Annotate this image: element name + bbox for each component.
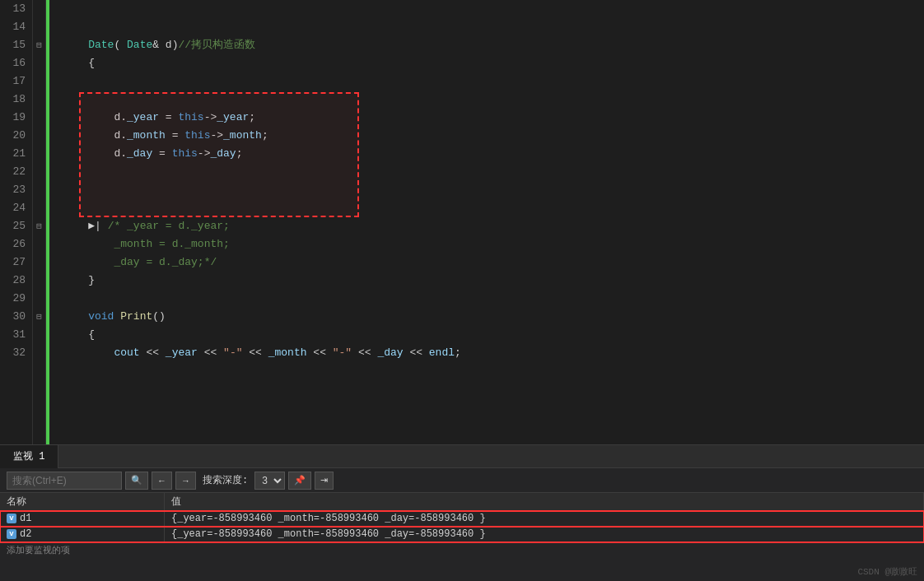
code-token: ; bbox=[262, 129, 268, 142]
code-token: } bbox=[63, 274, 95, 286]
line-number: 17 bbox=[7, 72, 26, 91]
code-content[interactable]: Date( Date& d)//拷贝构造函数 { d._year = this-… bbox=[49, 0, 924, 444]
watch-name-cell: vd1 bbox=[0, 511, 165, 526]
table-row[interactable]: vd1{_year=-858993460 _month=-858993460 _… bbox=[0, 511, 924, 527]
code-line bbox=[63, 290, 924, 308]
code-token: = bbox=[152, 147, 171, 160]
code-token: //拷贝构造函数 bbox=[178, 39, 255, 51]
fold-indicator bbox=[33, 145, 45, 163]
code-token: _month bbox=[127, 129, 166, 142]
line-number: 19 bbox=[7, 109, 26, 127]
fold-indicator bbox=[33, 290, 45, 308]
code-token: { bbox=[63, 328, 95, 341]
code-token: << bbox=[243, 346, 268, 359]
code-token: d. bbox=[63, 111, 127, 123]
search-input[interactable] bbox=[7, 472, 122, 490]
line-number: 30 bbox=[7, 308, 26, 326]
code-token: -> bbox=[198, 147, 211, 160]
fold-column[interactable]: ⊟⊟⊟ bbox=[33, 0, 46, 444]
line-number: 15 bbox=[7, 36, 26, 54]
code-line: _month = d._month; bbox=[63, 235, 924, 253]
code-line: d._day = this->_day; bbox=[63, 145, 924, 163]
fold-indicator[interactable]: ⊟ bbox=[33, 217, 45, 235]
pin-button[interactable]: 📌 bbox=[288, 472, 311, 490]
line-number: 13 bbox=[7, 0, 26, 18]
csdn-watermark: CSDN @嗷嗷旺 bbox=[857, 565, 917, 578]
code-token: = bbox=[166, 129, 184, 142]
code-line bbox=[63, 181, 924, 199]
code-token: _day bbox=[127, 147, 152, 160]
code-line: d._year = this->_year; bbox=[63, 109, 924, 127]
code-token: _day = d._day;*/ bbox=[114, 256, 217, 268]
fold-indicator bbox=[33, 109, 45, 127]
code-line bbox=[63, 18, 924, 36]
table-row[interactable]: vd2{_year=-858993460 _month=-858993460 _… bbox=[0, 527, 924, 542]
line-number: 21 bbox=[7, 145, 26, 163]
editor-area: 1314151617181920212223242526272829303132… bbox=[0, 0, 924, 444]
line-number: 29 bbox=[7, 290, 26, 308]
code-token bbox=[63, 310, 88, 323]
tab-button[interactable]: ⇥ bbox=[315, 472, 334, 490]
code-token: << bbox=[404, 346, 429, 359]
code-line bbox=[63, 72, 924, 91]
col-value-header: 值 bbox=[165, 493, 924, 510]
fold-indicator bbox=[33, 127, 45, 145]
prev-result-button[interactable]: ← bbox=[152, 472, 172, 490]
code-line bbox=[63, 91, 924, 109]
code-token: Date bbox=[127, 39, 152, 51]
code-token: ; bbox=[455, 346, 461, 359]
code-token: _month bbox=[223, 129, 262, 142]
panel-footer: 添加要监视的项 bbox=[0, 542, 924, 558]
code-token bbox=[63, 220, 88, 232]
fold-indicator bbox=[33, 91, 45, 109]
code-token: cout bbox=[114, 346, 139, 359]
watch-variable-name: d2 bbox=[20, 528, 31, 540]
code-token: void bbox=[88, 310, 114, 323]
watch-variable-value: {_year=-858993460 _month=-858993460 _day… bbox=[165, 527, 924, 541]
tab-watch1[interactable]: 监视 1 bbox=[0, 445, 58, 468]
search-button[interactable]: 🔍 bbox=[125, 472, 148, 490]
line-number: 16 bbox=[7, 54, 26, 72]
code-token: << bbox=[140, 346, 166, 359]
code-token: ( bbox=[114, 39, 127, 51]
depth-select[interactable]: 3 1 2 4 5 bbox=[254, 472, 285, 490]
code-token: << bbox=[198, 346, 223, 359]
fold-indicator bbox=[33, 344, 45, 362]
code-token: ; bbox=[249, 111, 255, 123]
watch-name-cell: vd2 bbox=[0, 527, 165, 541]
code-token: endl bbox=[429, 346, 455, 359]
fold-indicator bbox=[33, 54, 45, 72]
fold-indicator bbox=[33, 163, 45, 181]
watch-variable-value: {_year=-858993460 _month=-858993460 _day… bbox=[165, 511, 924, 526]
code-line bbox=[63, 199, 924, 217]
fold-indicator bbox=[33, 235, 45, 253]
code-line: Date( Date& d)//拷贝构造函数 bbox=[63, 36, 924, 54]
fold-indicator bbox=[33, 72, 45, 91]
code-line bbox=[63, 163, 924, 181]
fold-indicator bbox=[33, 272, 45, 290]
code-token bbox=[63, 256, 114, 268]
col-name-header: 名称 bbox=[0, 493, 165, 510]
code-token: << bbox=[352, 346, 377, 359]
line-numbers: 1314151617181920212223242526272829303132 bbox=[0, 0, 33, 444]
next-result-button[interactable]: → bbox=[175, 472, 196, 490]
code-token bbox=[63, 39, 88, 51]
fold-indicator bbox=[33, 199, 45, 217]
panel-tabs: 监视 1 bbox=[0, 445, 924, 468]
bottom-panel: 监视 1 🔍 ← → 搜索深度: 3 1 2 4 5 📌 ⇥ 名称 值 vd1{… bbox=[0, 444, 924, 581]
fold-indicator bbox=[33, 253, 45, 272]
line-number: 18 bbox=[7, 91, 26, 109]
code-token: ▶| bbox=[88, 220, 107, 232]
code-line bbox=[63, 0, 924, 18]
code-token: -> bbox=[210, 129, 223, 142]
line-number: 24 bbox=[7, 199, 26, 217]
code-token: d. bbox=[63, 147, 127, 160]
code-token: () bbox=[152, 310, 166, 323]
code-token: d. bbox=[63, 129, 127, 142]
line-number: 25 bbox=[7, 217, 26, 235]
fold-indicator[interactable]: ⊟ bbox=[33, 308, 45, 326]
table-header: 名称 值 bbox=[0, 493, 924, 511]
code-line: } bbox=[63, 272, 924, 290]
code-line: { bbox=[63, 54, 924, 72]
fold-indicator[interactable]: ⊟ bbox=[33, 36, 45, 54]
